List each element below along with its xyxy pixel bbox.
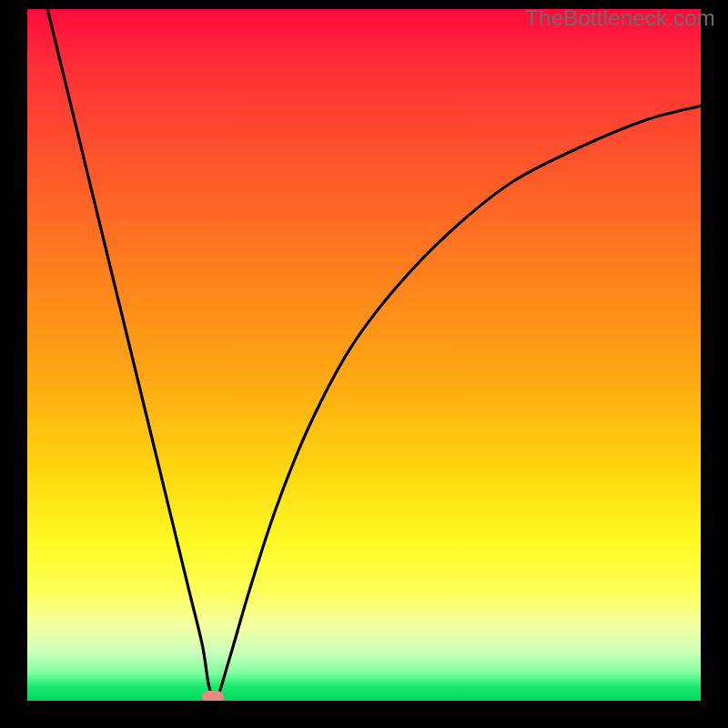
chart-frame: TheBottleneck.com <box>0 0 728 728</box>
chart-minimum-marker <box>202 691 224 701</box>
bottleneck-curve-path <box>47 9 701 701</box>
chart-plot-area <box>27 9 701 701</box>
watermark-text: TheBottleneck.com <box>525 5 715 31</box>
chart-curve <box>27 9 701 701</box>
